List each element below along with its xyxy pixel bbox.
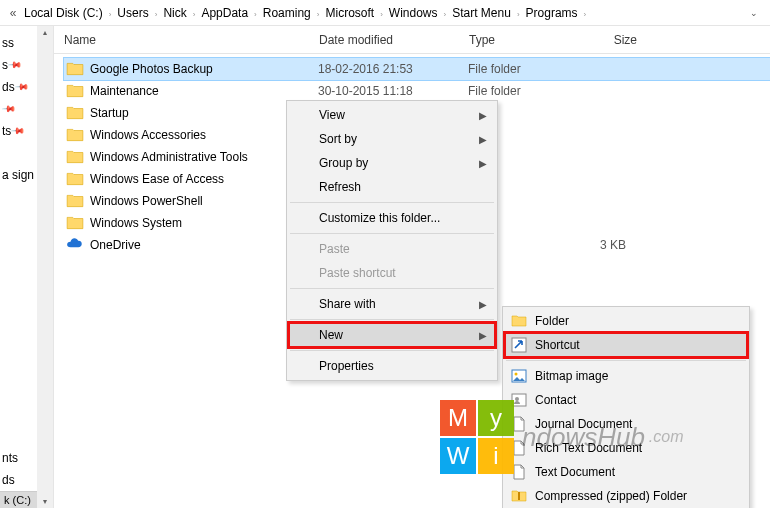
breadcrumb-item[interactable]: Roaming xyxy=(261,4,313,22)
zip-icon xyxy=(511,488,527,504)
chevron-right-icon: › xyxy=(151,10,162,19)
chevron-right-icon: › xyxy=(440,10,451,19)
submenu-item-folder[interactable]: Folder xyxy=(505,309,747,333)
menu-separator xyxy=(290,288,494,289)
menu-item-customize-this-folder-[interactable]: Customize this folder... xyxy=(289,206,495,230)
onedrive-icon xyxy=(66,236,84,254)
chevron-right-icon: ▶ xyxy=(479,299,487,310)
menu-item-new[interactable]: New▶ xyxy=(289,323,495,347)
submenu-item-contact[interactable]: Contact xyxy=(505,388,747,412)
rtf-icon xyxy=(511,440,527,456)
folder-icon xyxy=(66,148,84,166)
breadcrumb-item[interactable]: Nick xyxy=(161,4,188,22)
menu-item-label: Text Document xyxy=(535,465,615,479)
submenu-item-compressed-zipped-folder[interactable]: Compressed (zipped) Folder xyxy=(505,484,747,508)
menu-item-label: Shortcut xyxy=(535,338,580,352)
submenu-item-journal-document[interactable]: Journal Document xyxy=(505,412,747,436)
pin-icon: 📌 xyxy=(11,124,26,139)
menu-item-label: Rich Text Document xyxy=(535,441,642,455)
menu-separator xyxy=(290,350,494,351)
txt-icon xyxy=(511,464,527,480)
table-row[interactable]: Google Photos Backup18-02-2016 21:53File… xyxy=(64,58,770,80)
menu-item-refresh[interactable]: Refresh xyxy=(289,175,495,199)
menu-separator xyxy=(290,319,494,320)
menu-item-label: Bitmap image xyxy=(535,369,608,383)
column-type[interactable]: Type xyxy=(469,33,567,47)
file-name: Startup xyxy=(90,106,318,120)
submenu-item-text-document[interactable]: Text Document xyxy=(505,460,747,484)
file-date: 18-02-2016 21:53 xyxy=(318,62,468,76)
file-date: 30-10-2015 11:18 xyxy=(318,84,468,98)
menu-item-group-by[interactable]: Group by▶ xyxy=(289,151,495,175)
chevron-down-icon[interactable]: ⌄ xyxy=(750,8,758,18)
chevron-right-icon: ▶ xyxy=(479,330,487,341)
file-name: Windows Accessories xyxy=(90,128,318,142)
menu-item-view[interactable]: View▶ xyxy=(289,103,495,127)
file-name: Windows PowerShell xyxy=(90,194,318,208)
table-row[interactable]: Maintenance30-10-2015 11:18File folder xyxy=(64,80,770,102)
sidebar-item[interactable]: nts xyxy=(0,447,38,469)
new-submenu[interactable]: FolderShortcutBitmap imageContactJournal… xyxy=(502,306,750,508)
chevron-right-icon: › xyxy=(105,10,116,19)
menu-item-label: Group by xyxy=(319,156,368,170)
breadcrumb-item[interactable]: Microsoft xyxy=(323,4,376,22)
sidebar-item-label: ts xyxy=(2,124,11,138)
submenu-item-bitmap-image[interactable]: Bitmap image xyxy=(505,364,747,388)
breadcrumb[interactable]: « Local Disk (C:)›Users›Nick›AppData›Roa… xyxy=(0,0,770,26)
menu-item-properties[interactable]: Properties xyxy=(289,354,495,378)
file-name: Windows Ease of Access xyxy=(90,172,318,186)
breadcrumb-back-icon[interactable]: « xyxy=(4,4,22,22)
breadcrumb-item[interactable]: Local Disk (C:) xyxy=(22,4,105,22)
menu-item-share-with[interactable]: Share with▶ xyxy=(289,292,495,316)
breadcrumb-item[interactable]: Windows xyxy=(387,4,440,22)
sidebar-disk[interactable]: k (C:) xyxy=(0,491,38,508)
chevron-right-icon: › xyxy=(513,10,524,19)
breadcrumb-item[interactable]: Users xyxy=(115,4,150,22)
menu-item-label: Compressed (zipped) Folder xyxy=(535,489,687,503)
menu-item-label: Folder xyxy=(535,314,569,328)
menu-separator xyxy=(506,360,746,361)
breadcrumb-item[interactable]: Programs xyxy=(524,4,580,22)
column-headers[interactable]: Name Date modified Type Size xyxy=(54,26,770,54)
folder-icon xyxy=(66,214,84,232)
menu-item-label: Refresh xyxy=(319,180,361,194)
context-menu[interactable]: View▶Sort by▶Group by▶RefreshCustomize t… xyxy=(286,100,498,381)
menu-item-sort-by[interactable]: Sort by▶ xyxy=(289,127,495,151)
chevron-right-icon: › xyxy=(313,10,324,19)
sidebar-scrollbar[interactable]: ▴ ▾ xyxy=(37,26,53,508)
pin-icon: 📌 xyxy=(15,80,30,95)
sidebar-item[interactable]: ds xyxy=(0,469,38,491)
chevron-right-icon: › xyxy=(580,10,591,19)
menu-item-label: Contact xyxy=(535,393,576,407)
menu-item-label: Sort by xyxy=(319,132,357,146)
column-name[interactable]: Name xyxy=(64,33,319,47)
folder-icon xyxy=(66,126,84,144)
chevron-right-icon: ▶ xyxy=(479,134,487,145)
submenu-item-shortcut[interactable]: Shortcut xyxy=(505,333,747,357)
scroll-up-icon[interactable]: ▴ xyxy=(43,26,47,39)
breadcrumb-item[interactable]: AppData xyxy=(199,4,250,22)
column-date[interactable]: Date modified xyxy=(319,33,469,47)
chevron-right-icon: ▶ xyxy=(479,110,487,121)
menu-item-label: New xyxy=(319,328,343,342)
menu-separator xyxy=(290,202,494,203)
folder-icon xyxy=(66,60,84,78)
menu-item-label: Paste xyxy=(319,242,350,256)
menu-item-label: Journal Document xyxy=(535,417,632,431)
pin-icon: 📌 xyxy=(2,102,17,117)
folder-icon xyxy=(66,104,84,122)
submenu-item-rich-text-document[interactable]: Rich Text Document xyxy=(505,436,747,460)
scroll-down-icon[interactable]: ▾ xyxy=(43,495,47,508)
sidebar-item-label: nts xyxy=(2,451,18,465)
file-name: Google Photos Backup xyxy=(90,62,318,76)
column-size[interactable]: Size xyxy=(567,33,647,47)
journal-icon xyxy=(511,416,527,432)
breadcrumb-item[interactable]: Start Menu xyxy=(450,4,513,22)
bitmap-icon xyxy=(511,368,527,384)
chevron-right-icon: ▶ xyxy=(479,158,487,169)
chevron-right-icon: › xyxy=(376,10,387,19)
folder-icon xyxy=(66,192,84,210)
sidebar-item-label: ds xyxy=(2,473,15,487)
shortcut-icon xyxy=(511,337,527,353)
folder-icon xyxy=(66,170,84,188)
